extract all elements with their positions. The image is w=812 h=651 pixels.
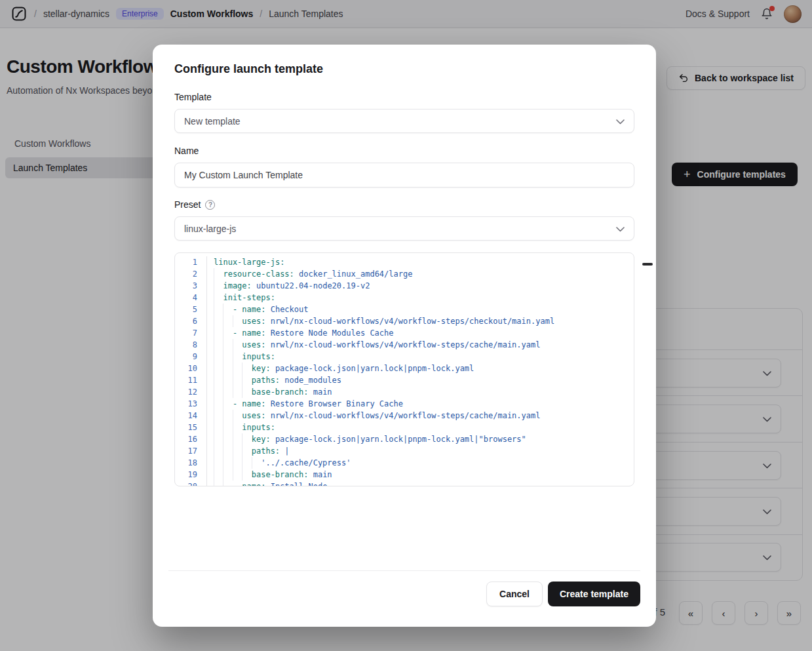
code-token: docker_linux_amd64/large [294,269,413,279]
code-token: package-lock.json|yarn.lock|pnpm-lock.ya… [271,435,526,444]
indent-guide [214,386,223,398]
indent-guide [214,422,223,433]
code-line-content: inputs: [206,422,634,433]
code-editor-lines: 1linux-large-js:2resource-class: docker_… [175,256,634,486]
code-line-content: - name: Checkout [206,304,634,315]
indent-guide [233,386,242,398]
code-line-content: resource-class: docker_linux_amd64/large [206,268,634,280]
code-token: name: [242,305,265,314]
indent-guide [214,327,223,339]
indent-guide [223,339,232,351]
code-token: base-branch: [252,387,309,397]
code-line: 20- name: Install Node [175,481,634,486]
code-line: 16key: package-lock.json|yarn.lock|pnpm-… [175,433,634,445]
indent-guide [214,374,223,386]
preset-select[interactable]: linux-large-js [174,216,634,241]
code-token: name: [242,399,265,408]
line-number: 19 [175,469,206,481]
code-line: 9inputs: [175,351,634,363]
code-line: 2resource-class: docker_linux_amd64/larg… [175,268,634,280]
indent-guide [223,457,232,469]
create-template-button[interactable]: Create template [548,582,640,606]
code-line: 19base-branch: main [175,469,634,481]
code-token: main [308,470,332,479]
name-input[interactable] [174,163,634,187]
indent-guide [233,445,242,457]
indent-guide [214,457,223,469]
code-token: image: [223,281,251,290]
line-number: 17 [175,445,206,457]
help-question-icon[interactable]: ? [205,200,215,210]
line-number: 7 [175,327,206,339]
code-line: 5- name: Checkout [175,304,634,315]
indent-guide [214,398,223,410]
chevron-down-icon [616,116,625,127]
configure-launch-template-modal: Configure launch template Template New t… [153,45,656,627]
code-token: inputs: [242,423,275,432]
indent-guide [223,445,232,457]
indent-guide [233,315,242,327]
code-line: 1linux-large-js: [175,256,634,268]
line-number: 18 [175,457,206,469]
code-line-content: linux-large-js: [206,256,634,268]
indent-guide [214,280,223,292]
indent-guide [223,327,232,339]
code-token: uses: [242,411,265,420]
code-token: uses: [242,317,265,326]
preset-field-label: Preset ? [174,199,215,210]
code-token: nrwl/nx-cloud-workflows/v4/workflow-step… [265,317,554,326]
indent-guide [214,351,223,363]
code-line-content: base-branch: main [206,386,634,398]
line-number: 8 [175,339,206,351]
yaml-code-editor[interactable]: 1linux-large-js:2resource-class: docker_… [174,252,634,486]
code-token: paths: [252,376,280,385]
line-number: 15 [175,422,206,433]
code-token: name: [242,482,265,486]
indent-guide [214,292,223,304]
line-number: 3 [175,280,206,292]
code-token: nrwl/nx-cloud-workflows/v4/workflow-step… [265,411,540,420]
code-line: 12base-branch: main [175,386,634,398]
chevron-down-icon [616,224,625,234]
code-line-content: uses: nrwl/nx-cloud-workflows/v4/workflo… [206,315,634,327]
name-field-label: Name [174,146,199,156]
code-token: Install Node [265,482,327,486]
indent-guide [223,374,232,386]
line-number: 14 [175,410,206,422]
indent-guide [242,433,251,445]
code-token: - [233,305,242,314]
code-line: 3image: ubuntu22.04-node20.19-v2 [175,280,634,292]
modal-footer: Cancel Create template [486,582,640,606]
code-token: Restore Browser Binary Cache [265,399,403,408]
indent-guide [223,315,232,327]
indent-guide [233,351,242,363]
code-token: ubuntu22.04-node20.19-v2 [252,281,370,290]
code-line: 11paths: node_modules [175,374,634,386]
code-line-content: key: package-lock.json|yarn.lock|pnpm-lo… [206,433,634,445]
code-token: - [233,399,242,408]
line-number: 10 [175,363,206,374]
indent-guide [233,363,242,374]
code-line-content: init-steps: [206,292,634,304]
indent-guide [233,433,242,445]
cancel-button[interactable]: Cancel [486,582,543,606]
code-line-content: inputs: [206,351,634,363]
code-token: - [233,482,242,486]
code-line-content: paths: | [206,445,634,457]
line-number: 1 [175,256,206,268]
indent-guide [223,398,232,410]
code-line: 14uses: nrwl/nx-cloud-workflows/v4/workf… [175,410,634,422]
template-select[interactable]: New template [174,109,634,133]
indent-guide [242,445,251,457]
code-token: inputs: [242,352,275,361]
indent-guide [223,469,232,481]
code-token: node_modules [280,376,341,385]
indent-guide [214,315,223,327]
indent-guide [214,445,223,457]
template-field-label: Template [174,92,212,102]
code-line-content: uses: nrwl/nx-cloud-workflows/v4/workflo… [206,339,634,351]
indent-guide [242,374,251,386]
code-token: base-branch: [252,470,309,479]
code-token: | [280,446,289,456]
editor-scrollbar-thumb[interactable] [642,263,653,266]
